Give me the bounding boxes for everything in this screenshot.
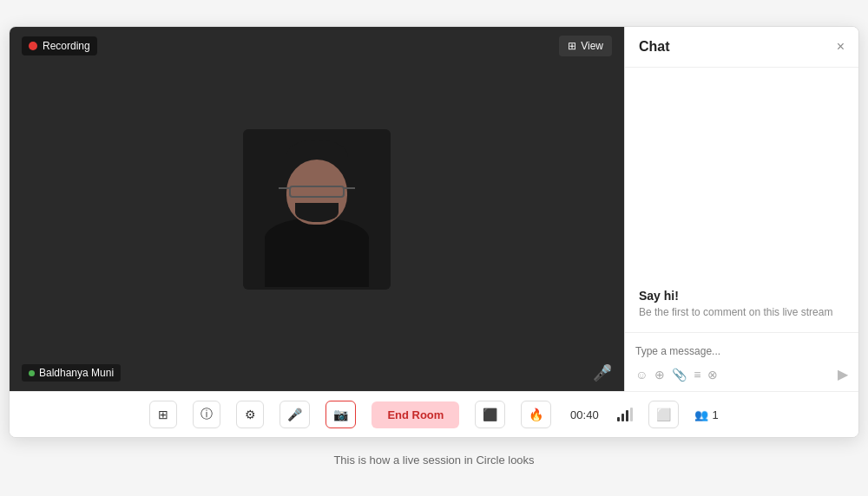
video-content bbox=[10, 27, 624, 391]
controls-bar: ⊞ ⓘ ⚙ 🎤 📷 End Room ⬛ 🔥 00:40 bbox=[10, 391, 858, 437]
reactions-icon: 🔥 bbox=[529, 408, 543, 421]
gif-icon[interactable]: ⊕ bbox=[654, 368, 665, 382]
view-label: View bbox=[581, 40, 603, 52]
chat-message-input[interactable] bbox=[635, 342, 848, 361]
chat-input-area[interactable]: ☺ ⊕ 📎 ≡ ⊗ ▶ bbox=[625, 332, 858, 391]
chat-title: Chat bbox=[639, 39, 670, 55]
chat-close-button[interactable]: × bbox=[837, 39, 845, 55]
chat-tools: ☺ ⊕ 📎 ≡ ⊗ bbox=[635, 368, 718, 382]
captions-icon: ⬜ bbox=[656, 408, 671, 421]
participants-count-display: 👥 1 bbox=[694, 408, 718, 421]
chat-header: Chat × bbox=[625, 27, 858, 68]
participant-name-text: Baldhanya Muni bbox=[39, 367, 114, 379]
online-dot-icon bbox=[29, 370, 35, 376]
chat-toolbar: ☺ ⊕ 📎 ≡ ⊗ ▶ bbox=[635, 366, 848, 382]
participant-name-badge: Baldhanya Muni bbox=[22, 364, 121, 382]
avatar-glasses bbox=[289, 186, 345, 198]
emoji-icon[interactable]: ☺ bbox=[635, 368, 648, 382]
view-icon: ⊞ bbox=[568, 40, 576, 52]
add-content-button[interactable]: ⊞ bbox=[149, 401, 177, 428]
recording-dot-icon bbox=[29, 42, 37, 50]
signal-bar-4 bbox=[630, 408, 633, 421]
signal-bar-1 bbox=[617, 417, 620, 421]
gear-icon: ⚙ bbox=[245, 408, 256, 421]
mention-icon[interactable]: ≡ bbox=[694, 368, 700, 382]
signal-bar-3 bbox=[626, 410, 628, 421]
view-button[interactable]: ⊞ View bbox=[559, 36, 612, 56]
app-window: Recording ⊞ View bbox=[9, 26, 859, 438]
video-bottom-bar: Baldhanya Muni 🎤 bbox=[10, 355, 624, 391]
muted-microphone-icon: 🎤 bbox=[593, 363, 612, 382]
signal-bar-2 bbox=[621, 414, 624, 421]
session-timer: 00:40 bbox=[567, 408, 602, 421]
participant-video bbox=[243, 129, 391, 290]
add-content-icon: ⊞ bbox=[158, 408, 168, 421]
chat-messages-area: Say hi! Be the first to comment on this … bbox=[625, 68, 858, 332]
format-icon[interactable]: ⊗ bbox=[707, 368, 718, 382]
participants-icon: 👥 bbox=[694, 408, 708, 421]
video-section: Recording ⊞ View bbox=[10, 27, 624, 391]
chat-empty-state: Say hi! Be the first to comment on this … bbox=[639, 289, 845, 318]
end-room-button[interactable]: End Room bbox=[372, 401, 459, 428]
captions-button[interactable]: ⬜ bbox=[648, 401, 679, 428]
screen-share-icon: ⬛ bbox=[483, 408, 497, 421]
video-top-bar: Recording ⊞ View bbox=[10, 27, 624, 65]
chat-empty-title: Say hi! bbox=[639, 289, 845, 303]
attach-icon[interactable]: 📎 bbox=[672, 368, 687, 382]
chat-send-button[interactable]: ▶ bbox=[838, 366, 848, 382]
microphone-button[interactable]: 🎤 bbox=[279, 401, 310, 428]
camera-button[interactable]: 📷 bbox=[326, 401, 356, 428]
signal-strength-indicator bbox=[617, 408, 633, 421]
recording-badge: Recording bbox=[22, 36, 97, 55]
camera-off-icon: 📷 bbox=[333, 408, 348, 421]
screen-share-button[interactable]: ⬛ bbox=[475, 401, 505, 428]
avatar-body bbox=[265, 218, 369, 287]
chat-empty-subtitle: Be the first to comment on this live str… bbox=[639, 306, 845, 318]
recording-label: Recording bbox=[43, 40, 90, 52]
main-area: Recording ⊞ View bbox=[10, 27, 858, 391]
chat-section: Chat × Say hi! Be the first to comment o… bbox=[624, 27, 858, 391]
info-icon: ⓘ bbox=[201, 407, 213, 422]
microphone-icon: 🎤 bbox=[287, 408, 302, 421]
outer-container: Recording ⊞ View bbox=[9, 26, 859, 470]
participants-number: 1 bbox=[712, 408, 718, 421]
person-avatar bbox=[247, 131, 386, 287]
reactions-button[interactable]: 🔥 bbox=[521, 401, 551, 428]
avatar-beard bbox=[295, 203, 339, 222]
page-caption: This is how a live session in Circle loo… bbox=[330, 450, 537, 470]
settings-button[interactable]: ⚙ bbox=[236, 401, 264, 428]
info-button[interactable]: ⓘ bbox=[193, 401, 220, 428]
